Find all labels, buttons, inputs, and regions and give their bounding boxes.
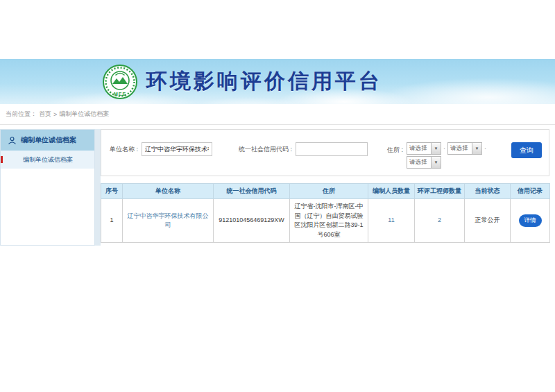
district-select[interactable]: 请选择 ▼ — [407, 156, 441, 169]
address-selects: 请选择 ▼ · 请选择 ▼ · 请选择 — [407, 142, 488, 169]
breadcrumb-label: 当前位置： — [6, 110, 37, 119]
breadcrumb-separator: > — [53, 111, 57, 118]
credit-code-input[interactable] — [296, 142, 368, 156]
results-table: 序号 单位名称 统一社会信用代码 住所 编制人员数量 环评工程师数量 当前状态 … — [101, 183, 550, 243]
divider-strip — [95, 129, 101, 246]
main-panel: 单位名称 : 统一社会信用代码 : 住所 : 请选择 ▼ — [101, 129, 555, 246]
table-header-row: 序号 单位名称 统一社会信用代码 住所 编制人员数量 环评工程师数量 当前状态 … — [101, 184, 550, 199]
content-area: 编制单位诚信档案 编制单位诚信档案 单位名称 : 统一社会信用代码 : — [0, 129, 555, 246]
site-banner: MEE 环境影响评价信用平台 — [0, 59, 555, 104]
col-staff-count: 编制人员数量 — [368, 184, 415, 199]
search-form: 单位名称 : 统一社会信用代码 : 住所 : 请选择 ▼ — [101, 129, 549, 176]
mee-logo-text: MEE — [114, 92, 126, 96]
row-index: 1 — [101, 199, 123, 243]
chevron-down-icon: ▼ — [472, 143, 481, 154]
unit-name-field: 单位名称 : — [110, 142, 212, 156]
sidebar: 编制单位诚信档案 编制单位诚信档案 — [0, 129, 95, 246]
mee-logo-icon: MEE — [102, 64, 138, 100]
credit-code-value: 9121010456469129XW — [214, 199, 290, 243]
select-separator: · — [484, 145, 486, 152]
col-index: 序号 — [101, 184, 123, 199]
breadcrumb: 当前位置： 首页 > 编制单位诚信档案 — [0, 104, 555, 125]
sidebar-item-label: 编制单位诚信档案 — [23, 155, 73, 164]
address-field: 住所 : 请选择 ▼ · 请选择 ▼ · — [387, 142, 488, 169]
unit-name-input[interactable] — [142, 142, 212, 156]
unit-name-link[interactable]: 辽宁中咨华宇环保技术有限公司 — [128, 212, 209, 229]
col-credit-code: 统一社会信用代码 — [214, 184, 290, 199]
col-credit-record: 信用记录 — [511, 184, 550, 199]
sidebar-header-label: 编制单位诚信档案 — [21, 135, 76, 145]
active-marker — [1, 156, 3, 163]
select-separator: · — [443, 145, 445, 152]
engineer-count-link[interactable]: 2 — [438, 216, 441, 223]
address-value: 辽宁省-沈阳市-浑南区-中国（辽宁）自由贸易试验区沈阳片区创新二路39-1号60… — [290, 199, 368, 243]
col-engineer-count: 环评工程师数量 — [415, 184, 465, 199]
query-button[interactable]: 查询 — [511, 142, 542, 158]
page: MEE 环境影响评价信用平台 当前位置： 首页 > 编制单位诚信档案 编制单位诚… — [0, 0, 555, 392]
detail-button[interactable]: 详情 — [519, 214, 542, 227]
credit-code-label: 统一社会信用代码 : — [239, 145, 292, 154]
staff-count-link[interactable]: 11 — [388, 216, 394, 223]
province-select[interactable]: 请选择 ▼ — [407, 142, 441, 155]
sidebar-header[interactable]: 编制单位诚信档案 — [1, 130, 94, 151]
chevron-down-icon: ▼ — [431, 143, 441, 154]
col-unit-name: 单位名称 — [123, 184, 214, 199]
address-label: 住所 : — [387, 146, 403, 155]
user-icon — [8, 136, 17, 145]
credit-code-field: 统一社会信用代码 : — [239, 142, 368, 156]
unit-name-label: 单位名称 : — [110, 145, 138, 154]
col-address: 住所 — [290, 184, 368, 199]
sidebar-item-credit-archive[interactable]: 编制单位诚信档案 — [1, 151, 94, 169]
city-select[interactable]: 请选择 ▼ — [447, 142, 482, 155]
chevron-down-icon: ▼ — [431, 157, 441, 168]
top-spacer — [0, 0, 555, 59]
status-value: 正常公开 — [465, 199, 511, 243]
table-row: 1 辽宁中咨华宇环保技术有限公司 9121010456469129XW 辽宁省-… — [101, 199, 550, 243]
breadcrumb-current: 编制单位诚信档案 — [59, 110, 109, 119]
site-title: 环境影响评价信用平台 — [146, 67, 382, 96]
col-status: 当前状态 — [465, 184, 511, 199]
breadcrumb-home-link[interactable]: 首页 — [39, 110, 51, 119]
